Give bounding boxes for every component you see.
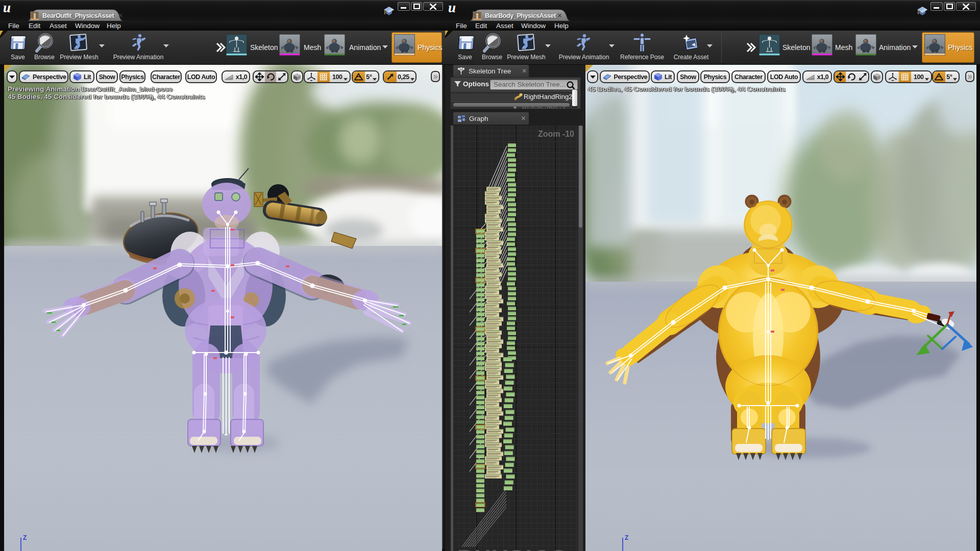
svg-text:Z: Z — [23, 534, 27, 541]
svg-text:✕: ✕ — [118, 12, 124, 19]
svg-text:BearOutfit_PhysicsAsset: BearOutfit_PhysicsAsset — [42, 12, 114, 19]
svg-text:BearBody_PhysicsAsset: BearBody_PhysicsAsset — [485, 12, 556, 19]
svg-text:✕: ✕ — [557, 12, 562, 19]
svg-text:Z: Z — [625, 534, 628, 541]
